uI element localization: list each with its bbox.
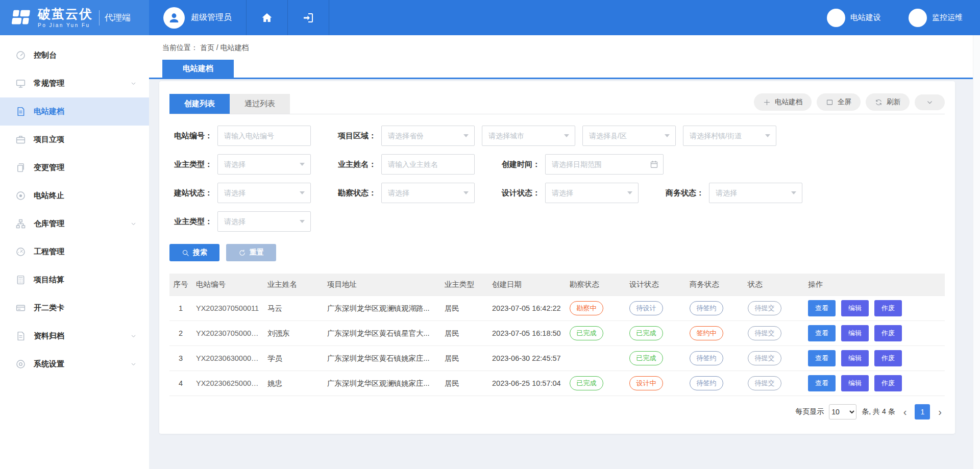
filter-project-area-0[interactable]: [381, 126, 475, 146]
view-button[interactable]: 查看: [808, 325, 836, 341]
sidebar-item-10[interactable]: 资料归档: [0, 322, 149, 350]
view-button[interactable]: 查看: [808, 375, 836, 391]
filter-owner-name[interactable]: [381, 154, 475, 175]
sidebar-item-0[interactable]: 控制台: [0, 41, 149, 69]
toolbar-button-0[interactable]: 电站建档: [754, 93, 812, 111]
search-button[interactable]: 搜索: [169, 244, 219, 261]
page-number-button[interactable]: 1: [915, 404, 930, 419]
next-page-button[interactable]: ›: [935, 407, 945, 417]
prev-page-button[interactable]: ‹: [900, 407, 910, 417]
edit-button[interactable]: 编辑: [841, 375, 869, 391]
logout-button[interactable]: [288, 0, 329, 35]
filter-station-code[interactable]: [217, 126, 311, 146]
filter-label: 电站编号：: [169, 131, 212, 141]
void-button[interactable]: 作废: [874, 350, 902, 366]
filter-control: [217, 183, 311, 203]
void-button[interactable]: 作废: [874, 325, 902, 341]
filter-created-range[interactable]: [545, 154, 664, 175]
scrollbar-track[interactable]: [973, 35, 980, 469]
sidebar: 控制台 常规管理 电站建档 项目立项 变更管理 电站终止 仓库管理 工程管理: [0, 35, 149, 469]
filter-survey-status[interactable]: [381, 183, 475, 203]
reset-button[interactable]: 重置: [226, 244, 276, 261]
edit-button[interactable]: 编辑: [841, 325, 869, 341]
user-menu[interactable]: 超级管理员: [149, 0, 247, 35]
column-header-6: 勘察状态: [566, 274, 625, 296]
cell-index: 4: [169, 371, 192, 396]
toolbar-button-1[interactable]: 全屏: [817, 93, 861, 111]
caret-down-icon: [665, 134, 670, 137]
edit-button[interactable]: 编辑: [841, 350, 869, 366]
reset-icon: [238, 249, 246, 257]
header-nav-item-0[interactable]: 电站建设: [827, 9, 881, 27]
page-tab[interactable]: 电站建档: [162, 60, 234, 78]
breadcrumb-home-link[interactable]: 首页: [200, 43, 214, 52]
view-button[interactable]: 查看: [808, 300, 836, 316]
sidebar-item-11[interactable]: 系统设置: [0, 350, 149, 378]
caret-down-icon: [463, 134, 469, 137]
column-header-2: 业主姓名: [263, 274, 323, 296]
portal-label: 代理端: [105, 12, 131, 23]
edit-button[interactable]: 编辑: [841, 300, 869, 316]
home-button[interactable]: [247, 0, 288, 35]
page-size-select[interactable]: 10: [829, 404, 856, 419]
filter-design-status[interactable]: [545, 183, 639, 203]
column-header-8: 商务状态: [685, 274, 744, 296]
sidebar-item-label: 控制台: [34, 51, 137, 60]
sidebar-item-6[interactable]: 仓库管理: [0, 210, 149, 238]
filter-business-status[interactable]: [709, 183, 802, 203]
list-tab-0[interactable]: 创建列表: [169, 94, 230, 114]
toolbar-button-2[interactable]: 刷新: [866, 93, 910, 111]
wrench-icon-wrap: [909, 9, 927, 27]
sidebar-item-label: 仓库管理: [34, 219, 130, 229]
sidebar-item-5[interactable]: 电站终止: [0, 182, 149, 210]
filter-owner-type[interactable]: [217, 154, 311, 175]
filter-owner-type-2[interactable]: [217, 211, 311, 232]
void-button[interactable]: 作废: [874, 375, 902, 391]
sidebar-item-4[interactable]: 变更管理: [0, 154, 149, 182]
filter-project-area-2[interactable]: [582, 126, 676, 146]
cell-survey-status: 勘察中: [566, 296, 625, 321]
list-tab-1[interactable]: 通过列表: [230, 94, 290, 114]
header-nav-item-1[interactable]: 监控运维: [909, 9, 963, 27]
filter-project-area-1[interactable]: [482, 126, 575, 146]
cell-index: 3: [169, 346, 192, 371]
status-badge: 待签约: [690, 301, 723, 315]
sidebar-item-label: 资料归档: [34, 331, 130, 341]
void-button[interactable]: 作废: [874, 300, 902, 316]
sidebar-item-label: 开二类卡: [34, 303, 137, 313]
filter-label: 业主类型：: [169, 160, 212, 169]
pagination: 每页显示 10 条, 共 4 条 ‹ 1 ›: [169, 404, 945, 419]
column-header-7: 设计状态: [625, 274, 685, 296]
cell-business-status: 签约中: [685, 321, 744, 346]
sidebar-item-9[interactable]: 开二类卡: [0, 294, 149, 322]
bolt-icon: [827, 9, 845, 27]
filter-label: 业主类型：: [169, 217, 212, 227]
view-button[interactable]: 查看: [808, 350, 836, 366]
status-badge: 签约中: [690, 326, 723, 340]
toolbar-button-3[interactable]: [915, 94, 945, 110]
sidebar-item-8[interactable]: 项目结算: [0, 266, 149, 294]
status-badge: 待提交: [748, 301, 781, 315]
filter-project-area-3[interactable]: [683, 126, 776, 146]
filter-control: [217, 154, 311, 175]
reset-button-label: 重置: [250, 248, 264, 257]
status-badge: 待提交: [748, 326, 781, 340]
sidebar-item-7[interactable]: 工程管理: [0, 238, 149, 266]
table-row-1: 2 YX2023070500010 刘强东 广东深圳龙华区黄石镇星官大... 居…: [169, 321, 945, 346]
cell-survey-status: 已完成: [566, 321, 625, 346]
cell-business-status: 待签约: [685, 296, 744, 321]
briefcase-icon: [15, 134, 26, 145]
filter-control: [683, 126, 776, 146]
table-row-3: 4 YX2023062500004 姚忠 广东深圳龙华区观澜镇姚家庄... 居民…: [169, 371, 945, 396]
table-row-2: 3 YX2023063000009 学员 广东深圳龙华区黄石镇姚家庄... 居民…: [169, 346, 945, 371]
cell-design-status: 设计中: [625, 371, 685, 396]
sidebar-item-2[interactable]: 电站建档: [0, 97, 149, 126]
status-badge: 待签约: [690, 376, 723, 390]
filter-build-status[interactable]: [217, 183, 311, 203]
logout-icon: [302, 12, 314, 24]
brand-divider: [99, 10, 100, 26]
sidebar-item-3[interactable]: 项目立项: [0, 126, 149, 154]
caret-down-icon: [791, 191, 796, 194]
sidebar-item-1[interactable]: 常规管理: [0, 69, 149, 97]
cell-status: 待提交: [744, 296, 804, 321]
